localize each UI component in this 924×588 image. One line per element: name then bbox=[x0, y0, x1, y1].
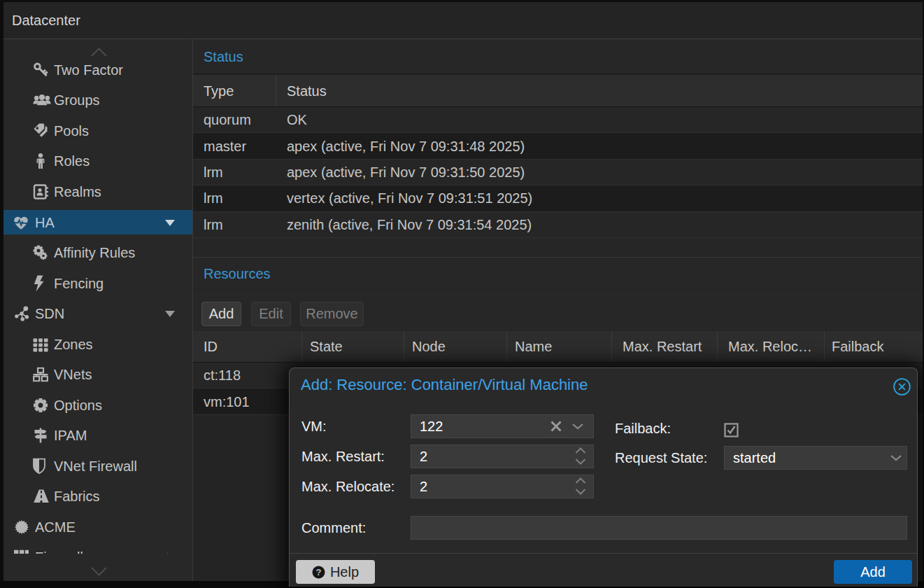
svg-text:?: ? bbox=[315, 567, 321, 578]
